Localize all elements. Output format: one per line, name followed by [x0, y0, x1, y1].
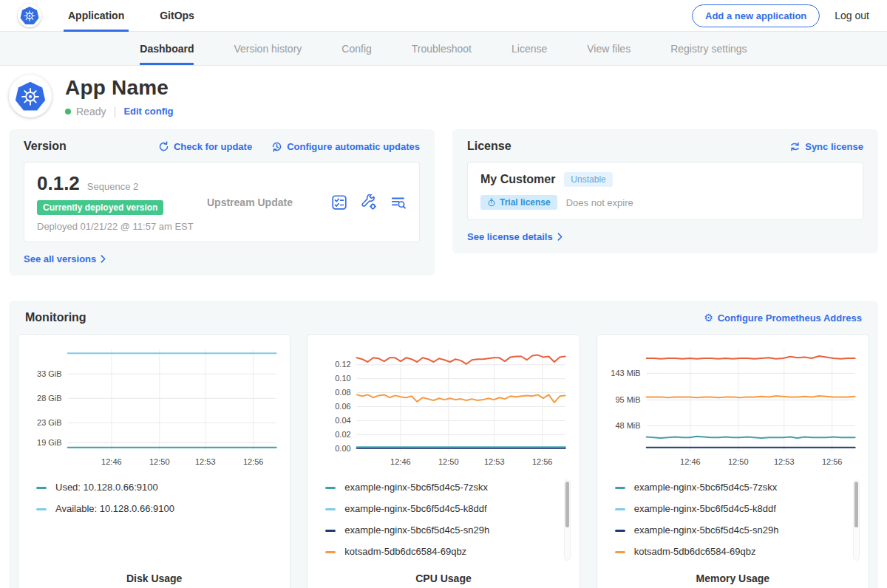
svg-text:143 MiB: 143 MiB: [611, 369, 640, 377]
kubernetes-logo[interactable]: [18, 4, 41, 27]
legend-item: example-nginx-5bc6f5d4c5-sn29h: [615, 524, 860, 537]
tab-config[interactable]: Config: [341, 32, 371, 65]
svg-text:12:56: 12:56: [243, 457, 264, 466]
disk-usage-legend: Used: 10.128.0.66:9100Available: 10.128.…: [36, 478, 281, 564]
chart-svg: 12:4612:5012:5312:560.000.020.040.060.08…: [313, 342, 573, 469]
configure-automatic-updates-label: Configure automatic updates: [287, 141, 420, 152]
logout-button[interactable]: Log out: [835, 10, 869, 21]
deployed-timestamp: Deployed 01/21/22 @ 11:57 am EST: [37, 221, 207, 232]
svg-text:12:46: 12:46: [101, 457, 122, 466]
ready-status-dot: [65, 109, 71, 114]
refresh-icon: [158, 141, 169, 152]
trial-license-badge: Trial license: [480, 195, 557, 210]
configure-automatic-updates-link[interactable]: Configure automatic updates: [271, 141, 420, 152]
legend-label: example-nginx-5bc6f5d4c5-sn29h: [634, 524, 779, 537]
top-nav-right: Add a new application Log out: [692, 4, 869, 27]
chart-title-disk: Disk Usage: [24, 572, 284, 584]
series-color-dash: [325, 551, 336, 553]
svg-text:0.00: 0.00: [336, 444, 351, 453]
legend-label: kotsadm-5db6dc6584-69qbz: [634, 545, 756, 558]
license-card: License Sync license My Customer Unstabl…: [452, 129, 878, 253]
version-card-title: Version: [24, 140, 67, 153]
legend-label: example-nginx-5bc6f5d4c5-7zskx: [344, 481, 488, 494]
license-card-title: License: [467, 140, 512, 153]
svg-text:12:50: 12:50: [438, 457, 459, 466]
legend-item: Available: 10.128.0.66:9100: [36, 502, 281, 516]
legend-label: kotsadm-5db6dc6584-69qbz: [344, 545, 466, 558]
tab-troubleshoot[interactable]: Troubleshoot: [412, 32, 472, 65]
chart-title-cpu: CPU Usage: [313, 572, 573, 584]
deployed-status-badge: Currently deployed version: [37, 200, 163, 215]
see-all-versions-link[interactable]: See all versions: [24, 253, 106, 264]
tab-dashboard[interactable]: Dashboard: [140, 32, 194, 65]
svg-text:12:46: 12:46: [390, 457, 411, 466]
top-navbar: Application GitOps Add a new application…: [0, 0, 887, 32]
cpu-usage-plot[interactable]: 12:4612:5012:5312:560.000.020.040.060.08…: [313, 342, 573, 472]
check-for-update-link[interactable]: Check for update: [158, 141, 252, 152]
top-nav-tabs: Application GitOps: [64, 0, 225, 31]
svg-text:12:56: 12:56: [822, 457, 843, 466]
add-application-button[interactable]: Add a new application: [692, 4, 820, 27]
license-expiry-text: Does not expire: [566, 197, 633, 208]
svg-text:33 GiB: 33 GiB: [37, 369, 62, 378]
disk-usage-plot[interactable]: 12:4612:5012:5312:5619 GiB23 GiB28 GiB33…: [24, 342, 284, 472]
memory-usage-chart-card: 12:4612:5012:5312:5648 MiB95 MiB143 MiB …: [597, 334, 869, 588]
series-color-dash: [615, 487, 625, 489]
legend-scrollbar[interactable]: [853, 479, 860, 561]
svg-text:0.10: 0.10: [336, 374, 351, 383]
sync-arrows-icon: [789, 141, 801, 152]
version-card: Version Check for update Configure au: [9, 129, 435, 276]
nav-tab-gitops[interactable]: GitOps: [155, 0, 199, 31]
see-license-details-link[interactable]: See license details: [467, 231, 563, 242]
clock-refresh-icon: [271, 141, 282, 152]
svg-text:0.06: 0.06: [336, 402, 351, 411]
nav-tab-application[interactable]: Application: [64, 0, 129, 31]
cpu-usage-legend: example-nginx-5bc6f5d4c5-7zskxexample-ng…: [325, 478, 570, 564]
chevron-right-icon: [101, 255, 106, 263]
svg-text:95 MiB: 95 MiB: [615, 395, 640, 404]
status-text: Ready: [76, 106, 106, 117]
legend-scrollbar[interactable]: [564, 479, 571, 561]
series-color-dash: [325, 530, 336, 532]
svg-text:0.02: 0.02: [336, 430, 351, 439]
sync-license-label: Sync license: [805, 141, 863, 152]
legend-item: kotsadm-5db6dc6584-69qbz: [325, 545, 570, 558]
legend-label: Available: 10.128.0.66:9100: [55, 502, 174, 516]
trial-license-label: Trial license: [500, 197, 551, 208]
legend-scrollbar-thumb[interactable]: [565, 482, 569, 527]
configure-prometheus-link[interactable]: ⚙ Configure Prometheus Address: [704, 312, 862, 324]
config-icon[interactable]: [361, 194, 377, 211]
legend-item: kotsadm-5db6dc6584-69qbz: [615, 545, 860, 558]
legend-label: example-nginx-5bc6f5d4c5-sn29h: [344, 524, 489, 537]
legend-scrollbar-thumb[interactable]: [854, 482, 858, 527]
legend-label: example-nginx-5bc6f5d4c5-k8ddf: [344, 502, 486, 516]
legend-item: example-nginx-5bc6f5d4c5-7zskx: [325, 481, 570, 494]
gear-icon: ⚙: [704, 312, 713, 323]
stopwatch-icon: [487, 198, 496, 207]
tab-registry-settings[interactable]: Registry settings: [670, 32, 747, 65]
deploy-logs-icon[interactable]: [390, 194, 407, 211]
kubernetes-helm-icon: [15, 81, 46, 112]
sync-license-link[interactable]: Sync license: [789, 141, 863, 152]
preflight-checks-icon[interactable]: [331, 194, 347, 211]
see-license-details-label: See license details: [467, 231, 553, 242]
memory-usage-plot[interactable]: 12:4612:5012:5312:5648 MiB95 MiB143 MiB: [603, 342, 863, 472]
tab-view-files[interactable]: View files: [587, 32, 631, 65]
divider: |: [113, 105, 116, 117]
series-color-dash: [615, 508, 625, 510]
disk-usage-chart-card: 12:4612:5012:5312:5619 GiB23 GiB28 GiB33…: [18, 334, 290, 588]
tab-version-history[interactable]: Version history: [234, 32, 302, 65]
edit-config-link[interactable]: Edit config: [123, 106, 173, 117]
channel-badge: Unstable: [564, 172, 612, 187]
update-type-label: Upstream Update: [207, 196, 331, 208]
kubernetes-helm-icon: [20, 6, 39, 25]
customer-name: My Customer: [480, 173, 555, 186]
legend-label: example-nginx-5bc6f5d4c5-k8ddf: [634, 502, 776, 516]
tab-license[interactable]: License: [512, 32, 547, 65]
current-version-panel: 0.1.2 Sequence 2 Currently deployed vers…: [24, 162, 420, 242]
monitoring-title: Monitoring: [25, 311, 86, 324]
memory-usage-legend: example-nginx-5bc6f5d4c5-7zskxexample-ng…: [615, 478, 860, 564]
legend-item: example-nginx-5bc6f5d4c5-sn29h: [325, 524, 570, 537]
chart-svg: 12:4612:5012:5312:5648 MiB95 MiB143 MiB: [603, 342, 863, 469]
svg-text:0.04: 0.04: [336, 416, 351, 425]
